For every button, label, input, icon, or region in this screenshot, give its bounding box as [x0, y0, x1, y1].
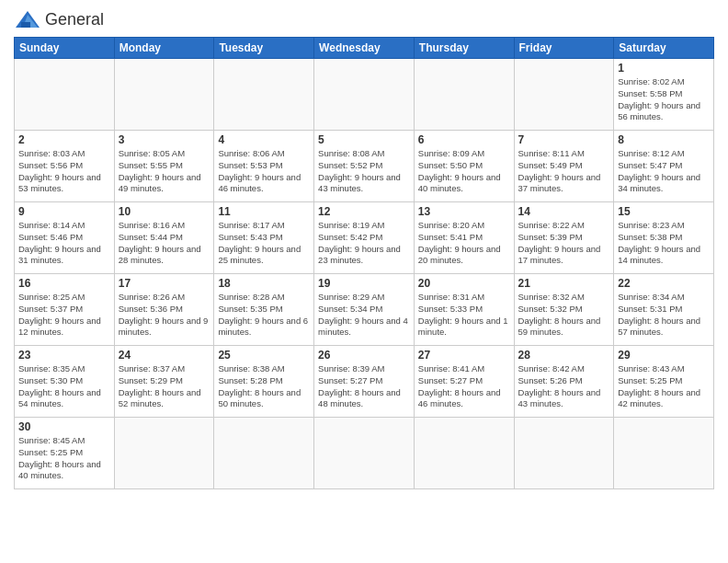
weekday-header-thursday: Thursday [414, 38, 514, 59]
calendar-cell: 24Sunrise: 8:37 AM Sunset: 5:29 PM Dayli… [114, 346, 214, 418]
logo-text: General [45, 11, 104, 29]
weekday-header-saturday: Saturday [614, 38, 714, 59]
calendar-cell: 17Sunrise: 8:26 AM Sunset: 5:36 PM Dayli… [114, 274, 214, 346]
calendar-cell: 30Sunrise: 8:45 AM Sunset: 5:25 PM Dayli… [15, 418, 115, 489]
calendar-cell: 2Sunrise: 8:03 AM Sunset: 5:56 PM Daylig… [15, 131, 115, 202]
day-number: 14 [518, 205, 610, 218]
day-number: 22 [618, 277, 710, 290]
day-info: Sunrise: 8:38 AM Sunset: 5:28 PM Dayligh… [218, 363, 310, 410]
day-number: 13 [418, 205, 510, 218]
day-number: 24 [119, 349, 210, 362]
calendar-cell: 29Sunrise: 8:43 AM Sunset: 5:25 PM Dayli… [614, 346, 714, 418]
day-number: 1 [618, 62, 710, 75]
day-number: 4 [218, 133, 310, 146]
calendar-cell [414, 59, 514, 131]
calendar-table: SundayMondayTuesdayWednesdayThursdayFrid… [14, 37, 714, 489]
day-number: 10 [119, 205, 210, 218]
day-number: 18 [218, 277, 310, 290]
calendar-cell [314, 59, 415, 131]
weekday-header-row: SundayMondayTuesdayWednesdayThursdayFrid… [15, 38, 714, 59]
day-number: 25 [218, 349, 310, 362]
day-info: Sunrise: 8:28 AM Sunset: 5:35 PM Dayligh… [218, 292, 310, 339]
calendar-cell [314, 418, 415, 489]
day-info: Sunrise: 8:17 AM Sunset: 5:43 PM Dayligh… [218, 220, 310, 267]
day-info: Sunrise: 8:26 AM Sunset: 5:36 PM Dayligh… [119, 292, 210, 339]
calendar-cell: 12Sunrise: 8:19 AM Sunset: 5:42 PM Dayli… [314, 202, 415, 274]
day-number: 2 [18, 133, 110, 146]
calendar-cell: 9Sunrise: 8:14 AM Sunset: 5:46 PM Daylig… [15, 202, 115, 274]
weekday-header-friday: Friday [514, 38, 614, 59]
day-info: Sunrise: 8:23 AM Sunset: 5:38 PM Dayligh… [618, 220, 710, 267]
day-number: 30 [18, 420, 110, 433]
weekday-header-monday: Monday [114, 38, 214, 59]
day-number: 26 [318, 349, 410, 362]
day-number: 7 [518, 133, 610, 146]
day-number: 16 [18, 277, 110, 290]
calendar-cell: 25Sunrise: 8:38 AM Sunset: 5:28 PM Dayli… [214, 346, 314, 418]
calendar-cell: 26Sunrise: 8:39 AM Sunset: 5:27 PM Dayli… [314, 346, 415, 418]
day-info: Sunrise: 8:37 AM Sunset: 5:29 PM Dayligh… [119, 363, 210, 410]
week-row-4: 23Sunrise: 8:35 AM Sunset: 5:30 PM Dayli… [15, 346, 714, 418]
calendar-cell: 19Sunrise: 8:29 AM Sunset: 5:34 PM Dayli… [314, 274, 415, 346]
day-info: Sunrise: 8:42 AM Sunset: 5:26 PM Dayligh… [518, 363, 610, 410]
calendar-cell: 18Sunrise: 8:28 AM Sunset: 5:35 PM Dayli… [214, 274, 314, 346]
day-info: Sunrise: 8:08 AM Sunset: 5:52 PM Dayligh… [318, 148, 410, 195]
day-info: Sunrise: 8:22 AM Sunset: 5:39 PM Dayligh… [518, 220, 610, 267]
calendar-cell: 28Sunrise: 8:42 AM Sunset: 5:26 PM Dayli… [514, 346, 614, 418]
week-row-5: 30Sunrise: 8:45 AM Sunset: 5:25 PM Dayli… [15, 418, 714, 489]
day-number: 11 [218, 205, 310, 218]
calendar-cell: 15Sunrise: 8:23 AM Sunset: 5:38 PM Dayli… [614, 202, 714, 274]
calendar-cell: 7Sunrise: 8:11 AM Sunset: 5:49 PM Daylig… [514, 131, 614, 202]
calendar-cell: 8Sunrise: 8:12 AM Sunset: 5:47 PM Daylig… [614, 131, 714, 202]
day-number: 5 [318, 133, 410, 146]
day-number: 23 [18, 349, 110, 362]
day-number: 9 [18, 205, 110, 218]
calendar-cell: 21Sunrise: 8:32 AM Sunset: 5:32 PM Dayli… [514, 274, 614, 346]
day-info: Sunrise: 8:20 AM Sunset: 5:41 PM Dayligh… [418, 220, 510, 267]
day-info: Sunrise: 8:39 AM Sunset: 5:27 PM Dayligh… [318, 363, 410, 410]
svg-rect-2 [21, 22, 30, 28]
calendar-cell: 11Sunrise: 8:17 AM Sunset: 5:43 PM Dayli… [214, 202, 314, 274]
day-number: 19 [318, 277, 410, 290]
calendar-cell: 13Sunrise: 8:20 AM Sunset: 5:41 PM Dayli… [414, 202, 514, 274]
day-number: 27 [418, 349, 510, 362]
logo-icon [14, 9, 41, 31]
day-info: Sunrise: 8:12 AM Sunset: 5:47 PM Dayligh… [618, 148, 710, 195]
weekday-header-sunday: Sunday [15, 38, 115, 59]
calendar-cell: 3Sunrise: 8:05 AM Sunset: 5:55 PM Daylig… [114, 131, 214, 202]
day-info: Sunrise: 8:06 AM Sunset: 5:53 PM Dayligh… [218, 148, 310, 195]
day-info: Sunrise: 8:09 AM Sunset: 5:50 PM Dayligh… [418, 148, 510, 195]
day-info: Sunrise: 8:05 AM Sunset: 5:55 PM Dayligh… [119, 148, 210, 195]
day-info: Sunrise: 8:02 AM Sunset: 5:58 PM Dayligh… [618, 76, 710, 123]
calendar-cell: 20Sunrise: 8:31 AM Sunset: 5:33 PM Dayli… [414, 274, 514, 346]
day-number: 17 [119, 277, 210, 290]
weekday-header-wednesday: Wednesday [314, 38, 415, 59]
day-number: 29 [618, 349, 710, 362]
day-info: Sunrise: 8:45 AM Sunset: 5:25 PM Dayligh… [18, 435, 110, 482]
calendar-cell [114, 418, 214, 489]
day-number: 28 [518, 349, 610, 362]
week-row-3: 16Sunrise: 8:25 AM Sunset: 5:37 PM Dayli… [15, 274, 714, 346]
day-info: Sunrise: 8:03 AM Sunset: 5:56 PM Dayligh… [18, 148, 110, 195]
day-info: Sunrise: 8:32 AM Sunset: 5:32 PM Dayligh… [518, 292, 610, 339]
day-info: Sunrise: 8:14 AM Sunset: 5:46 PM Dayligh… [18, 220, 110, 267]
calendar-cell: 10Sunrise: 8:16 AM Sunset: 5:44 PM Dayli… [114, 202, 214, 274]
day-info: Sunrise: 8:35 AM Sunset: 5:30 PM Dayligh… [18, 363, 110, 410]
calendar-cell: 23Sunrise: 8:35 AM Sunset: 5:30 PM Dayli… [15, 346, 115, 418]
calendar-cell: 4Sunrise: 8:06 AM Sunset: 5:53 PM Daylig… [214, 131, 314, 202]
day-number: 8 [618, 133, 710, 146]
calendar-cell: 22Sunrise: 8:34 AM Sunset: 5:31 PM Dayli… [614, 274, 714, 346]
day-number: 21 [518, 277, 610, 290]
day-info: Sunrise: 8:41 AM Sunset: 5:27 PM Dayligh… [418, 363, 510, 410]
week-row-1: 2Sunrise: 8:03 AM Sunset: 5:56 PM Daylig… [15, 131, 714, 202]
week-row-0: 1Sunrise: 8:02 AM Sunset: 5:58 PM Daylig… [15, 59, 714, 131]
calendar-cell [114, 59, 214, 131]
calendar-cell: 14Sunrise: 8:22 AM Sunset: 5:39 PM Dayli… [514, 202, 614, 274]
day-info: Sunrise: 8:16 AM Sunset: 5:44 PM Dayligh… [119, 220, 210, 267]
page: General SundayMondayTuesdayWednesdayThur… [0, 0, 728, 563]
day-info: Sunrise: 8:31 AM Sunset: 5:33 PM Dayligh… [418, 292, 510, 339]
day-number: 3 [119, 133, 210, 146]
day-info: Sunrise: 8:11 AM Sunset: 5:49 PM Dayligh… [518, 148, 610, 195]
calendar-cell [414, 418, 514, 489]
day-info: Sunrise: 8:25 AM Sunset: 5:37 PM Dayligh… [18, 292, 110, 339]
